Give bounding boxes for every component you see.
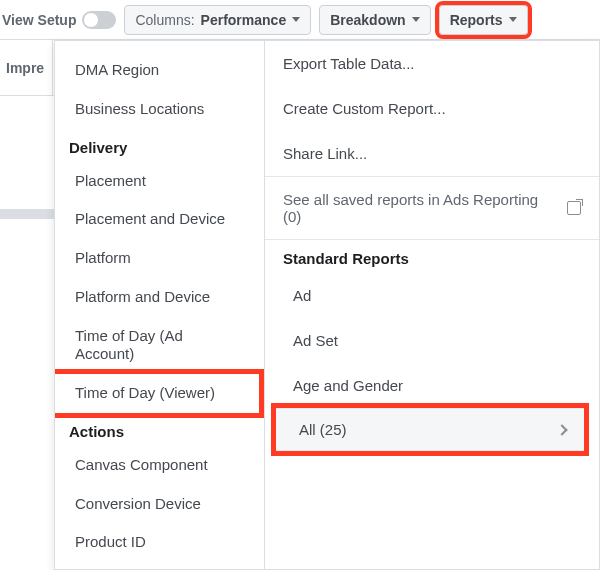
reports-label: Reports: [450, 12, 503, 28]
reports-all-label: All (25): [294, 421, 347, 438]
breakdown-item-placement[interactable]: Placement: [55, 162, 264, 201]
external-link-icon: [567, 201, 581, 215]
reports-all-row[interactable]: All (25): [276, 408, 584, 451]
breakdown-item-conversion-device[interactable]: Conversion Device: [55, 485, 264, 524]
reports-button[interactable]: Reports: [439, 5, 528, 35]
view-setup-group: View Setup: [2, 11, 116, 29]
reports-std-age-gender[interactable]: Age and Gender: [265, 363, 599, 408]
breakdown-header-delivery: Delivery: [55, 129, 264, 162]
reports-panel: Export Table Data... Create Custom Repor…: [265, 41, 599, 569]
dropdown-panels: DMA Region Business Locations Delivery P…: [54, 40, 600, 570]
breakdown-item-time-of-day-viewer[interactable]: Time of Day (Viewer): [55, 374, 259, 413]
breakdown-header-actions: Actions: [55, 413, 264, 446]
reports-create-custom-report[interactable]: Create Custom Report...: [265, 86, 599, 131]
caret-down-icon: [509, 17, 517, 22]
highlight-time-of-day-viewer: Time of Day (Viewer): [55, 369, 264, 418]
breakdown-button[interactable]: Breakdown: [319, 5, 430, 35]
highlight-all-reports: All (25): [271, 403, 589, 456]
reports-std-ad[interactable]: Ad: [265, 273, 599, 318]
caret-down-icon: [412, 17, 420, 22]
breakdown-item-placement-and-device[interactable]: Placement and Device: [55, 200, 264, 239]
breakdown-panel: DMA Region Business Locations Delivery P…: [55, 41, 265, 569]
reports-export-table-data[interactable]: Export Table Data...: [265, 41, 599, 86]
columns-prefix: Columns:: [135, 12, 194, 28]
breakdown-item-platform-and-device[interactable]: Platform and Device: [55, 278, 264, 317]
breakdown-item-time-of-day-acct[interactable]: Time of Day (Ad Account): [55, 317, 264, 375]
caret-down-icon: [292, 17, 300, 22]
reports-std-ad-set[interactable]: Ad Set: [265, 318, 599, 363]
reports-header-standard: Standard Reports: [265, 240, 599, 273]
breakdown-item-business-locations[interactable]: Business Locations: [55, 90, 264, 129]
breakdown-label: Breakdown: [330, 12, 405, 28]
reports-see-all-saved[interactable]: See all saved reports in Ads Reporting (…: [265, 177, 599, 239]
column-divider: [52, 40, 53, 95]
columns-value: Performance: [201, 12, 287, 28]
view-setup-toggle[interactable]: [82, 11, 116, 29]
breakdown-item-product-id[interactable]: Product ID: [55, 523, 264, 562]
table-row-divider: [0, 209, 55, 219]
chevron-right-icon: [556, 424, 567, 435]
reports-share-link[interactable]: Share Link...: [265, 131, 599, 176]
view-setup-label: View Setup: [2, 12, 76, 28]
impressions-col-header: Impre: [6, 60, 44, 76]
columns-button[interactable]: Columns: Performance: [124, 5, 311, 35]
saved-reports-label: See all saved reports in Ads Reporting (…: [283, 191, 559, 225]
breakdown-item-platform[interactable]: Platform: [55, 239, 264, 278]
breakdown-item-canvas-component[interactable]: Canvas Component: [55, 446, 264, 485]
toolbar: View Setup Columns: Performance Breakdow…: [0, 0, 600, 40]
breakdown-item-dma-region[interactable]: DMA Region: [55, 51, 264, 90]
